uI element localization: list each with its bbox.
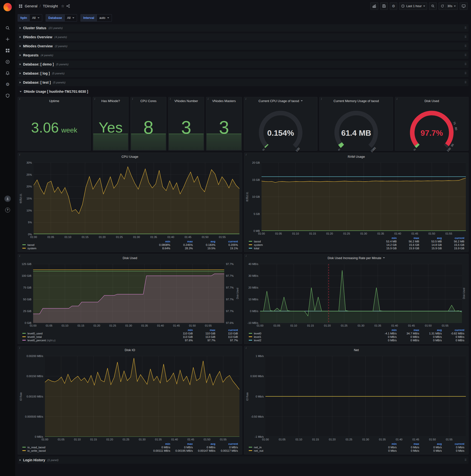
panel-info-icon[interactable]: i [94,98,95,100]
legend-col-current[interactable]: current [443,236,466,240]
row-drag-handle[interactable]: ⠿ [464,81,467,84]
legend-series-name[interactable]: net_in [247,446,376,449]
panel-header[interactable]: Current Memory Usage of taosd [320,97,393,104]
legend-col-current[interactable]: current [443,328,466,332]
panel-header[interactable]: VNodes Number [168,97,204,104]
variable-fqdn-value[interactable]: All [30,14,42,22]
legend-col-avg[interactable]: avg [421,328,443,332]
dashboard-row-database-log[interactable]: Database: [ log ] (5 panels) ⠿ [18,70,469,77]
save-dashboard-button[interactable] [380,2,388,10]
share-icon[interactable] [66,4,70,8]
grafana-logo[interactable] [3,3,12,11]
legend-series-name[interactable]: level0 [247,332,376,335]
dashboard-settings-button[interactable]: ⚙ [390,2,397,10]
variable-database-value[interactable]: All [65,14,77,22]
dashboards-icon[interactable] [3,46,13,55]
panel-header[interactable]: Disk Used [395,97,468,104]
row-drag-handle[interactable]: ⠿ [464,35,467,39]
legend-series-name[interactable]: net_out [247,449,376,452]
panel-info-icon[interactable]: i [397,98,397,100]
panel-header[interactable]: Disk Used [18,254,242,262]
legend-col-min[interactable]: min [376,442,398,446]
legend-series-name[interactable]: taosd [247,240,376,243]
legend-col-min[interactable]: min [376,236,398,240]
legend-col-min[interactable]: min [376,328,398,332]
server-admin-shield-icon[interactable] [3,91,13,101]
legend-series-name[interactable]: level0_used [21,332,172,335]
variable-fqdn-label[interactable]: fqdn [18,14,30,22]
legend-series-name[interactable]: level1 [247,335,376,339]
dashboard-row-database-demo[interactable]: Database: [ demo ] (5 panels) ⠿ [18,61,469,68]
legend-series-name[interactable]: level0_percent (right-y) [21,339,172,342]
row-drag-handle[interactable]: ⠿ [464,63,467,66]
dashboard-row-dnode-usage[interactable]: DNode Usage [ huolinhe-TM1701:6030 ] [18,88,469,95]
chart-plot[interactable] [262,163,466,231]
kiosk-mode-button[interactable] [460,2,468,10]
create-plus-icon[interactable] [3,34,13,44]
chart-plot[interactable] [265,356,466,437]
panel-info-icon[interactable]: i [246,98,246,100]
variable-database-label[interactable]: Database [46,14,65,22]
zoom-out-button[interactable] [429,2,437,10]
legend-col-current[interactable]: current [443,442,466,446]
legend-col-max[interactable]: max [398,328,421,332]
legend-col-avg[interactable]: avg [421,442,443,446]
dashboard-row-requests[interactable]: Requests (4 panels) ⠿ [18,51,469,59]
configuration-gear-icon[interactable]: ⚙ [3,80,13,89]
dashboard-row-dnodes-overview[interactable]: DNodes Overview (4 panels) ⠿ [18,33,469,41]
row-drag-handle[interactable]: ⠿ [464,72,467,75]
panel-header[interactable]: RAM Usage [244,153,468,160]
legend-col-current[interactable]: current [217,240,239,243]
row-drag-handle[interactable]: ⠿ [464,44,467,48]
legend-col-current[interactable]: current [217,328,239,332]
dashboard-row-cluster-status[interactable]: Cluster Status (21 panels) ⠿ [18,24,469,32]
refresh-icon[interactable] [441,4,444,8]
panel-info-icon[interactable]: i [321,98,322,100]
legend-col-max[interactable]: max [398,236,421,240]
panel-info-icon[interactable]: i [170,98,170,100]
legend-series-name[interactable]: system [21,247,149,250]
legend-col-current[interactable]: current [217,442,239,446]
legend-col-min[interactable]: min [149,442,172,446]
dashboard-row-login-history[interactable]: Login History (1 panel) ⠿ [18,456,469,464]
legend-col-avg[interactable]: avg [194,240,217,243]
chart-plot[interactable] [45,356,239,437]
legend-col-min[interactable]: min [149,240,172,243]
panel-header[interactable]: CPU Usage [18,153,242,160]
variable-interval-value[interactable]: auto [97,14,112,22]
panel-menu-caret[interactable] [301,100,303,101]
chart-plot[interactable] [34,163,239,234]
row-drag-handle[interactable]: ⠿ [464,53,467,57]
panel-info-icon[interactable]: i [246,153,246,156]
panel-info-icon[interactable]: i [19,98,20,100]
add-panel-button[interactable] [370,2,378,10]
panel-header[interactable]: VNodes Masters [206,97,242,104]
chart-plot[interactable] [33,264,224,323]
breadcrumb-section[interactable]: General [25,4,37,8]
star-icon[interactable]: ☆ [61,4,64,8]
row-drag-handle[interactable]: ⠿ [464,26,467,30]
panel-info-icon[interactable]: i [19,347,20,349]
panel-info-icon[interactable]: i [246,347,246,349]
user-avatar[interactable] [3,194,13,204]
dashboard-row-database-test[interactable]: Database: [ test ] (5 panels) ⠿ [18,79,469,86]
dashboard-row-mnodes-overview[interactable]: MNodes Overview (2 panels) ⠿ [18,42,469,50]
panel-info-icon[interactable]: i [19,153,20,156]
legend-col-max[interactable]: max [194,328,217,332]
panel-header[interactable]: Has MNode? [93,97,128,104]
panel-info-icon[interactable]: i [19,255,20,257]
panel-header[interactable]: Net [244,346,468,354]
variable-interval-label[interactable]: Interval [81,14,96,22]
legend-series-name[interactable]: level2 [247,339,376,342]
panel-header[interactable]: CPU Cores [131,97,166,104]
panel-header[interactable]: Current CPU Usage of taosd [244,97,317,104]
legend-series-name[interactable]: io_read_taosd [21,446,149,449]
panel-info-icon[interactable]: i [208,98,208,100]
legend-col-avg[interactable]: avg [194,442,217,446]
panel-info-icon[interactable]: i [246,255,246,257]
help-icon[interactable]: ? [3,205,13,215]
legend-series-name[interactable]: system [247,243,376,247]
panel-menu-caret[interactable] [383,257,385,258]
legend-series-name[interactable]: total [247,247,376,250]
panel-info-icon[interactable]: i [132,98,133,100]
